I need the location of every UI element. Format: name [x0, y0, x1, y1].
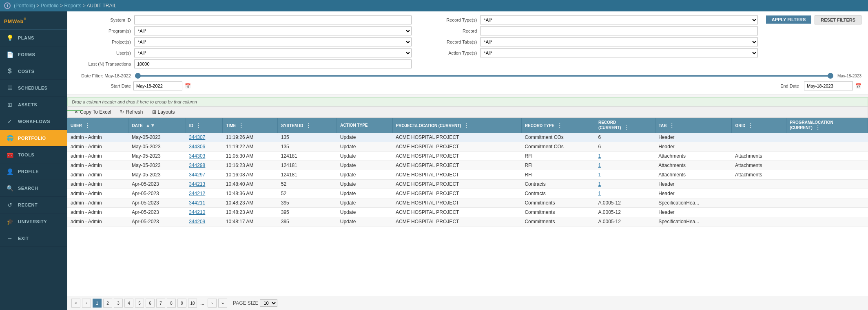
record-type-select[interactable]: *All* — [480, 15, 757, 24]
table-row: admin - AdminApr-05-202334421210:48:36 A… — [67, 189, 868, 198]
page-3-button[interactable]: 3 — [114, 299, 123, 308]
page-6-button[interactable]: 6 — [146, 299, 155, 308]
table-row: admin - AdminMay-05-202334429810:16:23 A… — [67, 161, 868, 170]
logo: PMWeb® — [4, 15, 27, 26]
sidebar-item-label: COSTS — [18, 69, 34, 74]
start-date-label: Start Date — [74, 84, 131, 88]
page-8-button[interactable]: 8 — [167, 299, 176, 308]
refresh-label: Refresh — [126, 109, 143, 115]
university-icon: 🎓 — [6, 218, 14, 226]
sort-icon-time: ⋮ — [239, 123, 244, 128]
reset-filters-button[interactable]: RESET FILTERS — [815, 15, 861, 24]
page-7-button[interactable]: 7 — [156, 299, 165, 308]
sidebar-item-search[interactable]: 🔍 SEARCH — [0, 180, 67, 197]
page-size-select[interactable]: 10 25 50 — [260, 299, 277, 307]
col-time[interactable]: TIME ⋮ — [223, 118, 278, 133]
record-type-label: Record Type(s) — [420, 18, 477, 22]
sidebar-item-plans[interactable]: 💡 PLANS — [0, 30, 67, 46]
copy-excel-label: Copy To Excel — [80, 109, 111, 115]
sort-icon-system-id: ⋮ — [306, 123, 311, 128]
page-9-button[interactable]: 9 — [177, 299, 186, 308]
breadcrumb-reports[interactable]: Reports — [64, 3, 81, 9]
sidebar-item-portfolio[interactable]: 🌐 PORTFOLIO — [0, 130, 67, 147]
prev-page-button[interactable]: ‹ — [82, 299, 91, 308]
refresh-button[interactable]: ↻ Refresh — [117, 108, 145, 116]
table-row: admin - AdminMay-05-202334429710:16:08 A… — [67, 170, 868, 180]
top-bar: ℹ (Portfolio) > Portfolio > Reports > AU… — [0, 0, 868, 11]
sidebar-item-schedules[interactable]: ☰ SCHEDULES — [0, 80, 67, 97]
filter-row-system-id: System ID — [74, 15, 412, 24]
sidebar-item-tools[interactable]: 🧰 TOOLS — [0, 147, 67, 163]
sidebar-item-label: ASSETS — [18, 102, 37, 107]
users-select[interactable]: *All* — [134, 48, 412, 57]
record-tabs-select[interactable]: *All* — [480, 37, 757, 46]
slider-thumb-right[interactable] — [828, 73, 833, 79]
layouts-button[interactable]: ⊞ Layouts — [150, 108, 177, 116]
date-filter-label: Date Filter: May-18-2022 — [74, 73, 131, 78]
sidebar-item-workflows[interactable]: ✓ WORKFLOWS — [0, 113, 67, 130]
col-grid[interactable]: GRID ⋮ — [732, 118, 786, 133]
sort-icon-grid: ⋮ — [748, 123, 753, 128]
search-icon: 🔍 — [6, 184, 14, 192]
col-record-type[interactable]: RECORD TYPE ⋮ — [521, 118, 595, 133]
sort-icon-id: ⋮ — [196, 123, 201, 128]
annotation-transactions-table: TRANSACTIONS TABLE 3 — [67, 130, 82, 136]
programs-select[interactable]: *All* — [134, 26, 412, 35]
end-date-calendar-icon[interactable]: 📅 — [855, 83, 861, 89]
system-id-input[interactable] — [134, 15, 412, 24]
breadcrumb-portfolio[interactable]: (Portfolio) — [14, 3, 35, 9]
filter-row-record-tabs: Record Tabs(s) *All* — [420, 37, 757, 46]
page-5-button[interactable]: 5 — [135, 299, 144, 308]
page-10-button[interactable]: 10 — [188, 299, 197, 308]
projects-label: Project(s) — [74, 40, 131, 44]
plans-icon: 💡 — [6, 34, 14, 42]
assets-icon: ⊞ — [6, 101, 14, 109]
col-action-type[interactable]: ACTION TYPE — [337, 118, 392, 133]
action-type-select[interactable]: *All* — [480, 48, 757, 57]
sidebar-item-profile[interactable]: 👤 PROFILE — [0, 163, 67, 180]
last-page-button[interactable]: » — [218, 299, 227, 308]
end-date-input[interactable] — [804, 81, 853, 90]
col-date[interactable]: DATE ▲▼ — [128, 118, 186, 133]
sidebar-item-label: PLANS — [18, 35, 34, 40]
sidebar-item-exit[interactable]: → EXIT — [0, 230, 67, 247]
action-type-label: Action Type(s) — [420, 51, 477, 55]
page-2-button[interactable]: 2 — [103, 299, 112, 308]
filter-row-projects: Project(s) *All* — [74, 37, 412, 46]
start-date-input[interactable] — [133, 81, 182, 90]
sidebar-item-forms[interactable]: 📄 FORMS — [0, 46, 67, 63]
exit-icon: → — [6, 234, 14, 242]
slider-thumb-left[interactable] — [135, 73, 141, 79]
breadcrumb-portfolio2[interactable]: Portfolio — [41, 3, 59, 9]
last-n-input[interactable] — [134, 59, 412, 68]
sidebar-item-university[interactable]: 🎓 UNIVERSITY — [0, 213, 67, 230]
sidebar-item-costs[interactable]: $ COSTS — [0, 63, 67, 80]
col-program[interactable]: PROGRAM/LOCATION(CURRENT) ⋮ — [786, 118, 868, 133]
filter-row-programs: Program(s) *All* — [74, 26, 412, 35]
sidebar-item-label: SCHEDULES — [18, 86, 47, 90]
filter-row-record-type: Record Type(s) *All* — [420, 15, 757, 24]
projects-select[interactable]: *All* — [134, 37, 412, 46]
next-page-button[interactable]: › — [208, 299, 217, 308]
sidebar-item-assets[interactable]: ⊞ ASSETS — [0, 97, 67, 113]
sidebar-item-recent[interactable]: ↺ RECENT — [0, 197, 67, 213]
date-slider[interactable] — [135, 72, 833, 80]
col-id[interactable]: ID ⋮ — [186, 118, 223, 133]
first-page-button[interactable]: « — [71, 299, 80, 308]
sidebar-nav: 💡 PLANS 📄 FORMS $ COSTS ☰ SCHEDULES ⊞ AS… — [0, 30, 67, 310]
page-4-button[interactable]: 4 — [124, 299, 133, 308]
page-1-button[interactable]: 1 — [93, 299, 102, 308]
sidebar-item-label: TOOLS — [18, 152, 34, 157]
schedules-icon: ☰ — [6, 84, 14, 92]
table-header-row: USER ⋮ DATE ▲▼ ID ⋮ TIME ⋮ SYSTEM ID ⋮ A… — [67, 118, 868, 133]
filter-row-record: Record — [420, 26, 757, 35]
col-record-current[interactable]: RECORD(CURRENT) ⋮ — [595, 118, 655, 133]
breadcrumb-current: AUDIT TRAIL — [86, 3, 116, 9]
col-tab[interactable]: TAB ⋮ — [655, 118, 732, 133]
table-row: admin - AdminMay-05-202334430711:19:26 A… — [67, 133, 868, 142]
start-date-calendar-icon[interactable]: 📅 — [185, 83, 191, 89]
col-system-id[interactable]: SYSTEM ID ⋮ — [278, 118, 337, 133]
col-project[interactable]: PROJECT/LOCATION (CURRENT) ⋮ — [392, 118, 521, 133]
record-input[interactable] — [480, 26, 757, 35]
apply-filters-button[interactable]: APPLY FILTERS — [766, 15, 812, 24]
